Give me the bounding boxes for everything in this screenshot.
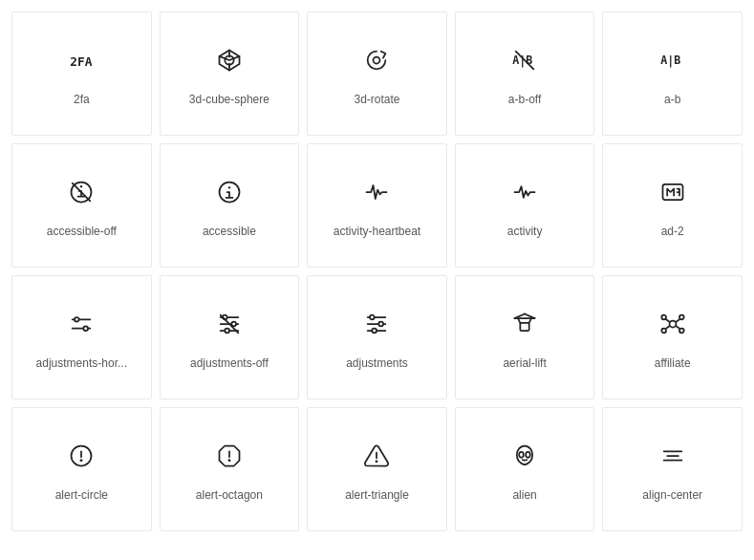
icon-label-2fa: 2fa [74, 93, 90, 108]
icon-label-3d-rotate: 3d-rotate [354, 93, 399, 108]
a-b-off-icon: A|B [511, 43, 538, 77]
icon-card-alert-circle[interactable]: alert-circle [11, 407, 152, 531]
icon-card-accessible-off[interactable]: accessible-off [11, 143, 152, 268]
icon-label-activity: activity [507, 225, 543, 240]
3d-cube-sphere-icon [216, 43, 243, 77]
icon-card-alert-triangle[interactable]: alert-triangle [307, 407, 447, 531]
icon-label-a-b-off: a-b-off [508, 93, 541, 108]
icon-label-align-center: align-center [642, 488, 702, 504]
icon-card-2fa[interactable]: 2FA 2fa [11, 11, 152, 136]
icon-card-adjustments-hor[interactable]: adjustments-hor... [11, 275, 152, 399]
icon-label-accessible: accessible [203, 225, 256, 240]
icon-card-affiliate[interactable]: affiliate [602, 275, 743, 399]
svg-text:2FA: 2FA [71, 54, 93, 69]
alert-circle-icon [68, 439, 95, 473]
3d-rotate-icon [363, 43, 390, 77]
svg-point-46 [81, 460, 82, 461]
icon-label-aerial-lift: aerial-lift [503, 356, 546, 372]
activity-icon [511, 175, 538, 209]
adjustments-off-icon [216, 307, 243, 341]
icon-card-activity[interactable]: activity [455, 143, 595, 268]
svg-point-53 [526, 452, 530, 458]
accessible-off-icon [68, 175, 95, 209]
icon-label-a-b: a-b [664, 93, 680, 108]
icon-card-alien[interactable]: alien [455, 407, 595, 531]
svg-point-37 [679, 315, 684, 320]
svg-point-51 [377, 461, 377, 462]
svg-point-7 [80, 185, 82, 187]
icon-card-accessible[interactable]: accessible [160, 143, 300, 268]
accessible-icon [216, 175, 243, 209]
icon-card-adjustments[interactable]: adjustments [307, 275, 447, 399]
icon-label-adjustments-off: adjustments-off [190, 356, 269, 372]
icon-card-adjustments-off[interactable]: adjustments-off [160, 275, 300, 399]
icon-card-a-b-off[interactable]: A|B a-b-off [455, 11, 595, 136]
svg-point-35 [669, 321, 676, 328]
svg-point-26 [370, 315, 375, 320]
icon-card-activity-heartbeat[interactable]: activity-heartbeat [307, 143, 447, 268]
svg-point-36 [661, 315, 666, 320]
icon-card-a-b[interactable]: A|B a-b [602, 11, 743, 136]
svg-point-2 [374, 57, 380, 64]
svg-point-49 [228, 460, 229, 461]
2fa-icon: 2FA [68, 43, 95, 77]
icon-label-3d-cube-sphere: 3d-cube-sphere [189, 93, 269, 108]
alert-octagon-icon [216, 439, 243, 473]
svg-point-21 [225, 329, 229, 334]
icon-label-alert-octagon: alert-octagon [196, 488, 263, 504]
svg-point-14 [75, 317, 79, 322]
svg-point-15 [84, 327, 89, 332]
ad-2-icon [659, 175, 686, 209]
icon-grid: 2FA 2fa 3d-cube-sphere 3d-rotate [0, 0, 754, 543]
icon-card-aerial-lift[interactable]: aerial-lift [455, 275, 595, 399]
alien-icon [511, 439, 538, 473]
icon-label-adjustments: adjustments [346, 356, 408, 372]
svg-text:A|B: A|B [660, 54, 680, 68]
svg-rect-29 [520, 323, 528, 331]
svg-line-40 [666, 320, 670, 322]
icon-card-alert-octagon[interactable]: alert-octagon [160, 407, 300, 531]
alert-triangle-icon [363, 439, 390, 473]
icon-label-activity-heartbeat: activity-heartbeat [334, 225, 420, 240]
icon-card-3d-rotate[interactable]: 3d-rotate [307, 11, 447, 136]
svg-line-43 [676, 327, 679, 329]
icon-label-adjustments-hor: adjustments-hor... [36, 356, 127, 372]
icon-label-affiliate: affiliate [655, 356, 691, 372]
svg-point-52 [519, 452, 524, 458]
svg-point-38 [661, 329, 666, 334]
svg-line-41 [676, 320, 679, 322]
icon-label-alien: alien [512, 488, 536, 504]
icon-label-alert-triangle: alert-triangle [345, 488, 409, 504]
svg-point-27 [379, 322, 384, 327]
icon-card-align-center[interactable]: align-center [602, 407, 743, 531]
icon-label-ad-2: ad-2 [661, 225, 684, 240]
svg-point-28 [373, 329, 377, 334]
affiliate-icon [659, 307, 686, 341]
icon-card-3d-cube-sphere[interactable]: 3d-cube-sphere [160, 11, 300, 136]
a-b-icon: A|B [659, 43, 686, 77]
svg-point-10 [228, 186, 230, 188]
activity-heartbeat-icon [363, 175, 390, 209]
align-center-icon [659, 439, 686, 473]
svg-point-20 [231, 322, 236, 327]
icon-card-ad-2[interactable]: ad-2 [602, 143, 743, 268]
adjustments-hor-icon [68, 307, 95, 341]
aerial-lift-icon [511, 307, 538, 341]
svg-point-39 [679, 329, 684, 334]
svg-line-42 [666, 327, 670, 329]
adjustments-icon [363, 307, 390, 341]
icon-label-alert-circle: alert-circle [55, 488, 108, 504]
icon-label-accessible-off: accessible-off [47, 225, 117, 240]
